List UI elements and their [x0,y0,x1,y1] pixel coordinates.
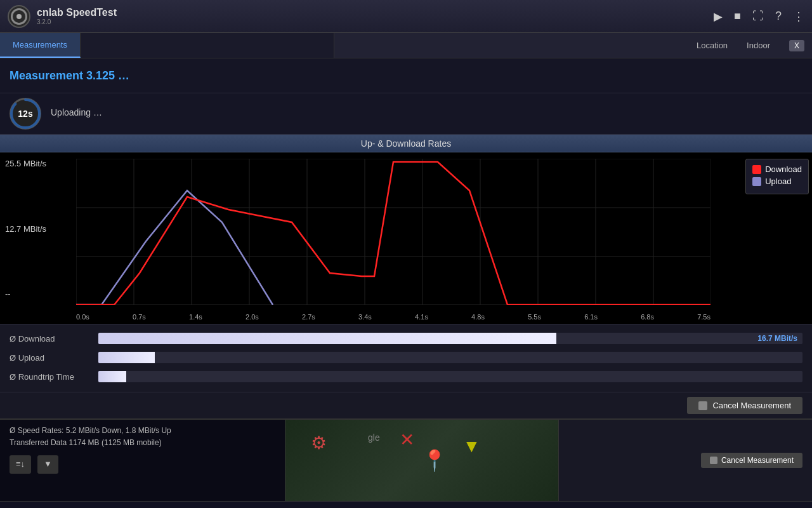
upload-color-box [752,177,761,186]
cancel-row: Cancel Measurement [0,392,812,418]
x-label-4: 2.7s [302,313,315,321]
chart-title: Up- & Download Rates [361,138,451,149]
more-icon[interactable]: ⋮ [793,10,804,23]
map-area: ⚙ gle ✕ 📍 ▼ [285,420,558,501]
download-line [76,162,710,305]
cancel-button-label-2: Cancel Measurement [721,456,794,465]
chart-area [76,159,710,305]
cancel-checkbox-2 [710,457,717,464]
x-label-8: 5.5s [528,313,541,321]
x-labels: 0.0s 0.7s 1.4s 2.0s 2.7s 3.4s 4.1s 4.8s … [76,313,710,321]
expand-icon[interactable]: ⛶ [752,10,764,23]
timer-circle: 12s [10,98,41,130]
tab-bar: Measurements Location Indoor X [0,33,812,58]
top-bar: cnlab SpeedTest 3.2.0 ▶ ■ ⛶ ? ⋮ [0,0,812,33]
y-min: -- [5,289,71,298]
x-label-5: 3.4s [358,313,372,321]
x-label-6: 4.1s [415,313,428,321]
x-label-3: 2.0s [246,313,259,321]
help-icon[interactable]: ? [775,10,782,23]
y-max: 25.5 MBit/s [5,159,71,168]
chart-svg [76,159,710,305]
timer-value: 12s [18,109,32,119]
stat-upload-bar [98,352,802,363]
stat-upload-fill [98,352,155,363]
upload-label: Upload [765,177,791,186]
stat-roundtrip-fill [98,371,126,382]
stat-download-value: 16.7 MBit/s [757,334,797,343]
bottom-right: Cancel Measurement [558,420,812,501]
top-bar-icons: ▶ ■ ⛶ ? ⋮ [714,10,804,23]
stat-roundtrip-label: Ø Roundtrip Time [10,372,92,382]
tab-close[interactable]: X [789,40,804,51]
x-label-1: 0.7s [133,313,146,321]
bottom-center-map: ⚙ gle ✕ 📍 ▼ [285,420,558,501]
bottom-split: Ø Speed Rates: 5.2 MBit/s Down, 1.8 MBit… [0,418,812,501]
legend-upload: Upload [752,177,802,186]
cancel-checkbox [698,401,707,410]
stat-row-download: Ø Download 16.7 MBit/s [10,330,802,347]
download-color-box [752,165,761,174]
measurement-title: Measurement 3.125 … [10,69,129,83]
transferred-data: Transferred Data 1174 MB (1125 MB mobile… [10,437,275,449]
stat-download-label: Ø Download [10,334,92,344]
cancel-button-label: Cancel Measurement [712,401,791,410]
uploading-text: Uploading … [51,107,802,117]
location-label: Location [697,41,728,50]
chart-legend: Download Upload [745,159,809,194]
google-text: gle [368,432,380,443]
close-map-icon: ✕ [400,429,414,450]
legend-download: Download [752,164,802,174]
download-label: Download [765,164,802,174]
cancel-measurement-button[interactable]: Cancel Measurement [687,397,802,414]
indoor-label: Indoor [747,41,770,50]
stop-icon[interactable]: ■ [734,10,741,23]
app-title-wrap: cnlab SpeedTest 3.2.0 [37,7,714,25]
filter-button[interactable]: ▼ [37,455,58,474]
x-label-0: 0.0s [76,313,89,321]
tab-empty[interactable] [81,33,334,58]
x-label-2: 1.4s [189,313,202,321]
progress-section: 12s Uploading … [0,93,812,135]
app-logo [8,5,30,28]
y-mid: 12.7 MBit/s [5,224,71,234]
list-icon-button[interactable]: ≡↓ [10,455,31,474]
tab-right: Location Indoor X [689,33,812,58]
x-label-9: 6.1s [584,313,598,321]
measurement-header: Measurement 3.125 … [0,58,812,93]
chart-header: Up- & Download Rates [0,135,812,152]
stat-row-upload: Ø Upload [10,349,802,366]
chart-container: 25.5 MBit/s 12.7 MBit/s -- [0,152,812,324]
settings-icon: ⚙ [311,432,327,453]
bottom-left: Ø Speed Rates: 5.2 MBit/s Down, 1.8 MBit… [0,420,285,501]
speed-rates: Ø Speed Rates: 5.2 MBit/s Down, 1.8 MBit… [10,425,275,437]
nav-bar: ◁ △ ▢ ⊞ ∧ ⊕ ⚡ 📶 📡 13:37 ▲ ■ [0,501,812,508]
app-logo-dot [16,14,22,19]
tab-measurements[interactable]: Measurements [0,33,81,58]
stat-download-fill [98,333,556,344]
app-logo-inner [11,8,27,25]
map-marker-icon: ▼ [463,436,481,457]
x-label-7: 4.8s [471,313,485,321]
x-label-10: 6.8s [641,313,654,321]
app-version: 3.2.0 [37,18,714,25]
stat-roundtrip-bar [98,371,802,382]
stat-upload-label: Ø Upload [10,353,92,363]
stat-download-bar: 16.7 MBit/s [98,333,802,344]
stats-section: Ø Download 16.7 MBit/s Ø Upload Ø Roundt… [0,324,812,392]
x-label-11: 7.5s [697,313,710,321]
play-icon[interactable]: ▶ [714,10,723,23]
cancel-measurement-button-2[interactable]: Cancel Measurement [701,453,802,468]
stat-row-roundtrip: Ø Roundtrip Time [10,368,802,385]
chart-y-labels: 25.5 MBit/s 12.7 MBit/s -- [0,152,76,305]
map-pin-icon: 📍 [422,448,447,472]
app-name: cnlab SpeedTest [37,7,714,18]
